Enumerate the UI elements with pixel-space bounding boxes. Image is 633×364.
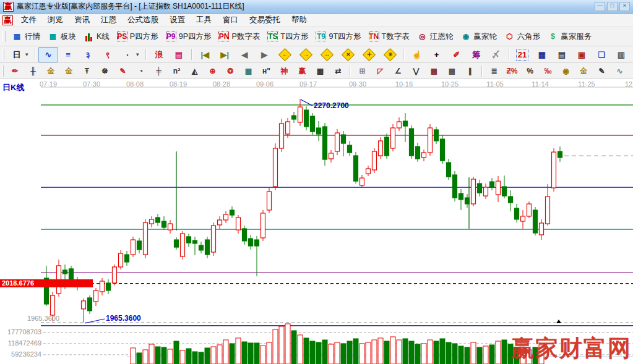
wave-count-button[interactable]: 浪: [149, 47, 169, 62]
gold-levels-tool[interactable]: 金: [575, 64, 593, 78]
info-panel-button[interactable]: ≡: [58, 47, 78, 62]
menu-交易委托[interactable]: 交易委托: [244, 14, 286, 27]
gann-wheel-button[interactable]: ◎江恩轮: [413, 30, 457, 44]
gold-line-tool[interactable]: 金: [629, 64, 633, 78]
t-number-table-button[interactable]: TNT数字表: [365, 30, 413, 44]
maximize-button[interactable]: □: [607, 2, 618, 11]
toolbar-separator: [509, 49, 510, 60]
windows-button[interactable]: ❏: [592, 47, 611, 62]
chart-area[interactable]: 07-1907-3008-0808-1908-2809-0609-1709-30…: [0, 79, 633, 364]
menu-工具[interactable]: 工具: [191, 14, 217, 27]
span-arrow-tool[interactable]: ⇄: [329, 64, 347, 78]
page-right-button[interactable]: ▶: [254, 47, 274, 62]
volume-profile-button[interactable]: ▤: [169, 47, 189, 62]
toolbar-button-label: 9P四方形: [179, 32, 212, 42]
gold-grid2-tool[interactable]: 金: [60, 64, 78, 78]
print-button[interactable]: ▥: [611, 47, 631, 62]
menu-设置[interactable]: 设置: [164, 14, 191, 27]
angle-tool[interactable]: ◭: [186, 64, 204, 78]
fit-all-button[interactable]: ✳: [379, 46, 400, 63]
grid-box-tool[interactable]: ▦: [239, 64, 257, 78]
x-axis-tick-11-05: 11-05: [486, 80, 503, 88]
star-web-tool[interactable]: ❂: [222, 64, 239, 78]
candle-style-dropdown[interactable]: ۰▾: [118, 47, 143, 62]
minimize-button[interactable]: —: [595, 2, 605, 11]
pen-levels-tool[interactable]: ✎: [593, 64, 611, 78]
expand-x-button[interactable]: →: [295, 46, 316, 63]
9t-square-button[interactable]: T99T四方形: [312, 30, 364, 44]
marker-pen-button[interactable]: ✐: [447, 47, 467, 62]
crosshair-tool-button[interactable]: +: [427, 47, 447, 62]
expand-all-button[interactable]: ✛: [358, 46, 379, 63]
grid123-tool[interactable]: ▦: [311, 64, 329, 78]
menu-江恩[interactable]: 江恩: [95, 14, 122, 27]
save-button[interactable]: ▣: [572, 47, 592, 62]
page-left-button[interactable]: ◀: [235, 47, 254, 62]
quotes-button[interactable]: ▦行情: [8, 30, 44, 44]
menu-文件[interactable]: 文件: [15, 14, 42, 27]
candlestick-chart[interactable]: [0, 79, 633, 364]
close-button[interactable]: ×: [619, 2, 630, 11]
gold-grid-tool[interactable]: 金: [42, 64, 60, 78]
menu-公式选股[interactable]: 公式选股: [122, 14, 164, 27]
chip-distribution-button[interactable]: 筹: [467, 47, 486, 62]
pencil-tool[interactable]: ✏: [6, 64, 24, 78]
dark-grid-tool[interactable]: ▩: [443, 64, 461, 78]
n-square-tool[interactable]: n²: [168, 64, 186, 78]
calculator-button[interactable]: ▦: [532, 47, 552, 62]
sectors-button[interactable]: ▩板块: [44, 30, 80, 44]
t-square-button[interactable]: TST四方形: [264, 30, 312, 44]
toolbar-drawing: ✏╫金金Ŧ☸✎◔╪n²◭⊕❂▦ʜ"神赢▦⇄⊞◸∠⋁▩▩∥≣Ƶ%%‰◉金✎∿金JF…: [0, 63, 633, 79]
speed-line-tool[interactable]: ∠: [389, 64, 407, 78]
9p-square-button[interactable]: P99P四方形: [162, 30, 215, 44]
fan-web-tool[interactable]: ◸: [371, 64, 389, 78]
trend-knot-button[interactable]: 〆: [486, 47, 506, 62]
percent-z-tool[interactable]: Ƶ%: [503, 64, 521, 78]
period-dropdown[interactable]: 日▾: [7, 47, 32, 62]
p-number-table-button[interactable]: PNP数字表: [215, 30, 264, 44]
zigzag-tool[interactable]: ⋁: [407, 64, 425, 78]
fit-x-button[interactable]: ↔: [316, 46, 337, 63]
candlestick-icon: [85, 32, 92, 41]
calendar-button[interactable]: 21: [512, 47, 532, 62]
menu-帮助[interactable]: 帮助: [286, 14, 312, 27]
permille-tool[interactable]: ‰: [539, 64, 557, 78]
comb2-tool[interactable]: ╪: [150, 64, 168, 78]
volume-axis-label: 177708703: [2, 328, 41, 336]
ying-tool[interactable]: 赢: [293, 64, 311, 78]
shen-tool[interactable]: 神: [275, 64, 293, 78]
k-mark-tool[interactable]: ʜ": [257, 64, 275, 78]
minute3-chart-button[interactable]: ३: [78, 47, 98, 62]
shrink-all-button[interactable]: ✕: [337, 46, 358, 63]
zoom-wave-button[interactable]: ∿: [38, 47, 58, 62]
minute9-chart-button[interactable]: ९: [98, 47, 118, 62]
titlebar: 赢 赢家江恩专业版[赢家内部服务平台] - [上证指数 SH1A0001-111…: [0, 0, 633, 14]
percent-tool[interactable]: %: [521, 64, 539, 78]
hexagon-button[interactable]: ⬡六角形: [501, 30, 545, 44]
gold-circle-tool[interactable]: ◉: [557, 64, 575, 78]
winner-wheel-button[interactable]: ◉赢家轮: [457, 30, 501, 44]
hand-tool-button[interactable]: ☝: [407, 47, 427, 62]
menu-资讯[interactable]: 资讯: [69, 14, 95, 27]
shrink-x-button[interactable]: ←: [274, 46, 295, 63]
gann-comb-tool[interactable]: ╫: [24, 64, 42, 78]
spiral-tool[interactable]: ☸: [96, 64, 114, 78]
frame-tool[interactable]: ⊞: [353, 64, 371, 78]
f-line-tool[interactable]: Ŧ: [78, 64, 96, 78]
red-pen-tool[interactable]: ✎: [114, 64, 132, 78]
kline-button[interactable]: K线: [80, 30, 113, 44]
notepad-button[interactable]: ▤: [552, 47, 572, 62]
parallel-lines-tool[interactable]: ∥: [461, 64, 479, 78]
toolbar-button-label: 六角形: [517, 32, 541, 42]
jump-first-button[interactable]: |◀: [195, 47, 215, 62]
time-circle-tool[interactable]: ◔: [132, 64, 150, 78]
red-grid-tool[interactable]: ▩: [425, 64, 443, 78]
jump-last-button[interactable]: ▶|: [215, 47, 235, 62]
p-square-button[interactable]: PSP四方形: [113, 30, 162, 44]
wave-tool[interactable]: ∿: [611, 64, 629, 78]
circle-cross-tool[interactable]: ⊕: [204, 64, 222, 78]
winner-service-button[interactable]: $赢家服务: [544, 30, 595, 44]
menu-浏览[interactable]: 浏览: [42, 14, 69, 27]
bars-tool[interactable]: ≣: [485, 64, 503, 78]
menu-窗口[interactable]: 窗口: [217, 14, 244, 27]
